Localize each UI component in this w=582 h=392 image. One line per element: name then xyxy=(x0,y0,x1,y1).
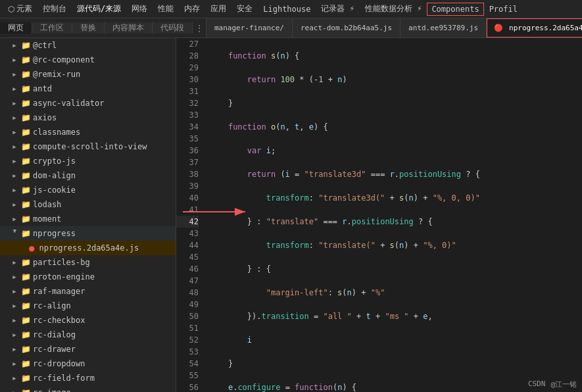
folder-icon: 📁 xyxy=(21,70,30,79)
tab-overrides[interactable]: 替换 xyxy=(72,22,105,34)
tree-item-async-validator[interactable]: ▶ 📁 async-validator xyxy=(0,96,176,110)
folder-icon: 📁 xyxy=(21,258,30,267)
code-editor[interactable]: 2728293031 3233343536 3738394041 42 4344… xyxy=(176,38,582,392)
tree-item-particles-bg[interactable]: ▶ 📁 particles-bg xyxy=(0,255,176,270)
tree-item-rc-drawer[interactable]: ▶ 📁 rc-drawer xyxy=(0,342,176,356)
folder-icon: 📁 xyxy=(21,272,30,282)
file-tab-react-dom[interactable]: react-dom.b2b64aa5.js xyxy=(293,18,400,37)
menu-console[interactable]: 控制台 xyxy=(37,1,72,16)
expand-arrow: ▶ xyxy=(11,143,18,151)
folder-icon: 📁 xyxy=(21,229,30,238)
tree-item-rc-checkbox[interactable]: ▶ 📁 rc-checkbox xyxy=(0,313,176,328)
file-tab-manager[interactable]: manager-finance/ xyxy=(206,18,293,37)
expand-arrow: ▶ xyxy=(11,258,18,266)
tree-item-rc-image[interactable]: ▶ 📁 rc-image xyxy=(0,385,176,392)
menu-profiler[interactable]: Profil xyxy=(484,3,523,16)
folder-icon: 📁 xyxy=(21,171,30,180)
main-layout: ▶ 📁 @ctrl ▶ 📁 @rc-component ▶ 📁 @remix-r… xyxy=(0,38,582,392)
tab-webpage[interactable]: 网页 xyxy=(0,22,32,34)
folder-icon: 📁 xyxy=(21,157,30,166)
elements-icon: ⬡ xyxy=(8,5,14,14)
tree-item-nprogress[interactable]: ▶ 📁 nprogress xyxy=(0,226,176,241)
folder-icon: 📁 xyxy=(21,200,30,209)
tree-item-rc-component[interactable]: ▶ 📁 @rc-component xyxy=(0,53,176,67)
folder-icon: 📁 xyxy=(21,330,30,339)
tree-item-lodash[interactable]: ▶ 📁 lodash xyxy=(0,197,176,212)
line-numbers: 2728293031 3233343536 3738394041 42 4344… xyxy=(176,38,204,392)
more-icon: ⋮ xyxy=(195,24,203,33)
tree-item-compute-scroll[interactable]: ▶ 📁 compute-scroll-into-view xyxy=(0,139,176,154)
tree-item-rc-field-form[interactable]: ▶ 📁 rc-field-form xyxy=(0,371,176,385)
folder-icon: 📁 xyxy=(21,84,30,93)
expand-arrow: ▶ xyxy=(11,215,18,223)
tree-item-antd[interactable]: ▶ 📁 antd xyxy=(0,82,176,96)
expand-arrow: ▶ xyxy=(11,41,18,49)
expand-arrow: ▶ xyxy=(11,85,18,93)
tree-item-proton-engine[interactable]: ▶ 📁 proton-engine xyxy=(0,270,176,284)
expand-arrow: ▶ xyxy=(11,186,18,194)
tree-item-rc-align[interactable]: ▶ 📁 rc-align xyxy=(0,299,176,313)
tab-content-scripts[interactable]: 内容脚本 xyxy=(105,22,153,34)
tree-item-nprogress-file[interactable]: ● nprogress.2da65a4e.js xyxy=(0,241,176,255)
tree-item-moment[interactable]: ▶ 📁 moment xyxy=(0,212,176,226)
tree-item-js-cookie[interactable]: ▶ 📁 js-cookie xyxy=(0,183,176,197)
menu-elements[interactable]: ⬡ 元素 xyxy=(3,1,37,16)
folder-icon: 📁 xyxy=(21,374,30,383)
expand-arrow: ▶ xyxy=(11,114,18,122)
tree-item-ctrl[interactable]: ▶ 📁 @ctrl xyxy=(0,38,176,53)
expand-arrow: ▶ xyxy=(11,70,18,78)
tree-item-dom-align[interactable]: ▶ 📁 dom-align xyxy=(0,168,176,183)
menu-recorder[interactable]: 记录器 ⚡ xyxy=(316,1,359,16)
expand-arrow: ▶ xyxy=(11,230,18,237)
tree-item-crypto-js[interactable]: ▶ 📁 crypto-js xyxy=(0,154,176,168)
tree-item-raf-manager[interactable]: ▶ 📁 raf-manager xyxy=(0,284,176,299)
folder-icon: 📁 xyxy=(21,316,30,325)
expand-arrow: ▶ xyxy=(11,201,18,208)
folder-icon: 📁 xyxy=(21,41,30,50)
folder-icon: 📁 xyxy=(21,287,30,296)
code-content-area: 2728293031 3233343536 3738394041 42 4344… xyxy=(176,38,582,392)
tab-snippets[interactable]: 代码段 xyxy=(153,22,193,34)
menu-sources[interactable]: 源代码/来源 xyxy=(72,1,126,16)
menu-application[interactable]: 应用 xyxy=(205,1,231,16)
menu-security[interactable]: 安全 xyxy=(231,1,258,16)
expand-arrow: ▶ xyxy=(11,128,18,136)
file-tab-antd[interactable]: antd.ee953789.js xyxy=(400,18,487,37)
menu-lighthouse[interactable]: Lighthouse xyxy=(258,3,316,16)
brand-label: CSDN xyxy=(528,380,546,389)
expand-arrow: ▶ xyxy=(11,99,18,107)
menu-network[interactable]: 网络 xyxy=(126,1,153,16)
folder-icon: 📁 xyxy=(21,345,30,354)
folder-icon: 📁 xyxy=(21,142,30,151)
expand-arrow: ▶ xyxy=(11,56,18,64)
more-tabs-button[interactable]: ⋮ xyxy=(193,24,206,33)
expand-arrow: ▶ xyxy=(11,273,18,281)
tree-item-axios[interactable]: ▶ 📁 axios xyxy=(0,110,176,125)
expand-arrow: ▶ xyxy=(11,345,18,353)
expand-arrow: ▶ xyxy=(11,316,18,324)
file-tab-nprogress[interactable]: 🔴 nprogress.2da65a4e.js ✕ xyxy=(487,18,582,37)
file-tree: ▶ 📁 @ctrl ▶ 📁 @rc-component ▶ 📁 @remix-r… xyxy=(0,38,176,392)
folder-icon: 📁 xyxy=(21,388,30,392)
folder-icon: 📁 xyxy=(21,128,30,137)
menu-bar: ⬡ 元素 控制台 源代码/来源 网络 性能 内存 应用 安全 Lighthous… xyxy=(0,0,582,18)
expand-arrow: ▶ xyxy=(11,302,18,310)
tree-item-classnames[interactable]: ▶ 📁 classnames xyxy=(0,125,176,139)
folder-icon: 📁 xyxy=(21,113,30,122)
expand-arrow: ▶ xyxy=(11,389,18,392)
menu-perf-analysis[interactable]: 性能数据分析 ⚡ xyxy=(360,1,427,16)
tree-item-rc-dropdown[interactable]: ▶ 📁 rc-dropdown xyxy=(0,356,176,371)
file-icon-nprogress: 🔴 xyxy=(494,24,503,32)
menu-performance[interactable]: 性能 xyxy=(153,1,179,16)
folder-icon: 📁 xyxy=(21,301,30,310)
file-dot-icon: ● xyxy=(29,243,34,253)
author-label: @江一铭 xyxy=(550,380,577,389)
folder-icon: 📁 xyxy=(21,99,30,108)
expand-arrow: ▶ xyxy=(11,287,18,295)
code-lines[interactable]: function s(n) { return 100 * (-1 + n) } … xyxy=(204,38,582,392)
tab-workspace[interactable]: 工作区 xyxy=(32,22,72,34)
tree-item-rc-dialog[interactable]: ▶ 📁 rc-dialog xyxy=(0,328,176,342)
menu-components[interactable]: Components xyxy=(427,3,483,16)
tree-item-remix-run[interactable]: ▶ 📁 @remix-run xyxy=(0,67,176,82)
menu-memory[interactable]: 内存 xyxy=(179,1,205,16)
